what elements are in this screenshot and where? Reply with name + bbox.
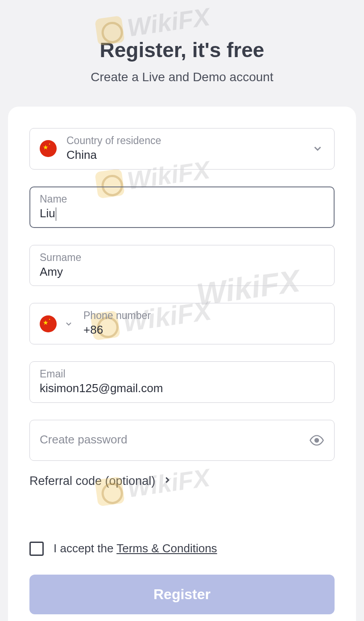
eye-icon[interactable] <box>309 433 324 448</box>
phone-label: Phone number <box>83 310 324 322</box>
header: Register, it's free Create a Live and De… <box>8 0 356 102</box>
surname-value: Amy <box>40 265 324 280</box>
svg-point-0 <box>315 439 318 442</box>
terms-row: I accept the Terms & Conditions <box>29 542 335 556</box>
email-value: kisimon125@gmail.com <box>40 381 324 396</box>
china-flag-icon <box>40 140 57 157</box>
referral-code-toggle[interactable]: Referral code (optional) <box>29 474 335 488</box>
password-input-field[interactable]: Create password <box>29 420 335 461</box>
page-subtitle: Create a Live and Demo account <box>8 70 356 84</box>
china-flag-icon <box>40 315 57 332</box>
register-form-card: Country of residence China Name Liu Surn… <box>8 107 356 621</box>
name-label: Name <box>40 193 324 205</box>
phone-input-field[interactable]: Phone number +86 <box>29 303 335 344</box>
country-label: Country of residence <box>66 135 311 147</box>
email-input-field[interactable]: Email kisimon125@gmail.com <box>29 361 335 403</box>
chevron-down-icon <box>311 142 324 155</box>
register-button[interactable]: Register <box>29 575 335 614</box>
password-label: Create password <box>40 433 309 447</box>
terms-text: I accept the Terms & Conditions <box>54 542 217 555</box>
name-input-field[interactable]: Name Liu <box>29 186 335 228</box>
country-value: China <box>66 148 311 163</box>
page-title: Register, it's free <box>8 38 356 62</box>
phone-code-selector[interactable] <box>40 315 75 332</box>
terms-checkbox[interactable] <box>29 542 44 556</box>
chevron-down-icon <box>62 317 75 331</box>
surname-input-field[interactable]: Surname Amy <box>29 245 335 286</box>
surname-label: Surname <box>40 252 324 264</box>
terms-link[interactable]: Terms & Conditions <box>116 542 217 555</box>
country-selector[interactable]: Country of residence China <box>29 128 335 170</box>
phone-code-value: +86 <box>83 323 324 338</box>
referral-label: Referral code (optional) <box>29 474 155 488</box>
name-value: Liu <box>40 206 324 221</box>
email-label: Email <box>40 368 324 380</box>
chevron-right-icon <box>162 475 172 487</box>
